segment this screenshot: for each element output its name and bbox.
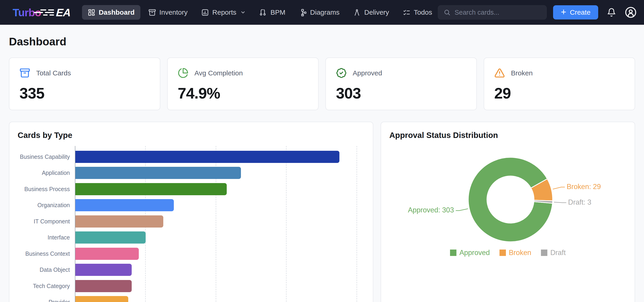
- nav-item-dashboard[interactable]: Dashboard: [82, 5, 140, 20]
- app-logo[interactable]: Turbo EA: [12, 6, 70, 19]
- bar-row: Interface: [18, 230, 364, 246]
- bar-business-context: [75, 248, 139, 260]
- stat-label: Total Cards: [36, 69, 71, 77]
- bar-row: Tech Category: [18, 278, 364, 294]
- donut-leader-line: [456, 209, 468, 211]
- legend-swatch: [500, 249, 506, 256]
- top-nav-bar: Turbo EA Dashboard Inventory Reports BPM…: [0, 0, 644, 25]
- stat-card-total-cards: Total Cards 335: [9, 58, 160, 110]
- approval-status-panel: Approval Status Distribution Approved: 3…: [381, 122, 635, 302]
- speed-lines-icon: [45, 10, 54, 16]
- stat-value: 303: [336, 84, 466, 102]
- warning-triangle-icon: [494, 68, 505, 78]
- chart-title: Cards by Type: [18, 130, 364, 140]
- category-label: Provider: [18, 299, 75, 302]
- bar-row: Business Process: [18, 181, 364, 197]
- stat-value: 74.9%: [178, 84, 308, 102]
- donut-label-draft: Draft: 3: [568, 198, 591, 206]
- legend-swatch: [541, 249, 547, 256]
- nav-item-reports[interactable]: Reports: [196, 5, 252, 20]
- todos-icon: [403, 9, 410, 16]
- reports-icon: [201, 9, 209, 16]
- donut-leader-line: [554, 202, 566, 203]
- donut-label-approved: Approved: 303: [408, 206, 454, 214]
- stats-row: Total Cards 335 Avg Completion 74.9% App…: [9, 58, 635, 110]
- dashboard-icon: [88, 9, 95, 16]
- stat-value: 29: [494, 84, 624, 102]
- create-label: Create: [570, 9, 590, 16]
- inventory-icon: [148, 9, 156, 16]
- user-avatar-icon: [625, 7, 637, 18]
- stat-label: Approved: [353, 69, 382, 77]
- logo-text-turbo: Turbo: [12, 6, 41, 19]
- donut-label-broken: Broken: 29: [566, 183, 601, 191]
- bar-interface: [75, 231, 146, 243]
- search-input[interactable]: [454, 9, 541, 16]
- legend-label: Approved: [460, 249, 490, 257]
- category-label: Interface: [18, 234, 75, 241]
- stat-card-approved: Approved 303: [326, 58, 477, 110]
- donut-legend: ApprovedBrokenDraft: [389, 249, 626, 257]
- category-label: Business Process: [18, 186, 75, 193]
- plus-icon: +: [561, 7, 566, 17]
- bar-organization: [75, 199, 174, 211]
- bpm-icon: [260, 9, 267, 16]
- legend-item-draft[interactable]: Draft: [541, 249, 566, 257]
- user-menu-button[interactable]: [625, 7, 637, 18]
- badge-check-icon: [336, 68, 347, 78]
- nav-item-todos[interactable]: Todos: [397, 5, 438, 20]
- bar-data-object: [75, 264, 132, 276]
- bar-row: IT Component: [18, 213, 364, 230]
- nav-item-bpm[interactable]: BPM: [254, 5, 291, 20]
- diagrams-icon: [299, 9, 307, 16]
- bar-business-process: [75, 183, 227, 195]
- nav-label: Dashboard: [99, 9, 135, 16]
- delivery-icon: [353, 9, 361, 16]
- category-label: IT Component: [18, 218, 75, 225]
- nav-item-delivery[interactable]: Delivery: [348, 5, 394, 20]
- search-icon: [444, 9, 450, 16]
- main-nav: Dashboard Inventory Reports BPM Diagrams…: [82, 5, 438, 20]
- nav-label: Todos: [414, 9, 432, 16]
- nav-item-diagrams[interactable]: Diagrams: [293, 5, 345, 20]
- bar-tech-category: [75, 280, 132, 292]
- bar-application: [75, 167, 241, 179]
- bar-chart: Business CapabilityApplicationBusiness P…: [18, 146, 364, 302]
- bar-row: Organization: [18, 197, 364, 214]
- page-title: Dashboard: [9, 35, 635, 48]
- bell-icon: [607, 8, 616, 17]
- bar-row: Business Capability: [18, 149, 364, 165]
- chart-title: Approval Status Distribution: [389, 130, 626, 140]
- donut-chart: Approved: 303Broken: 29Draft: 3: [389, 142, 626, 245]
- chevron-down-icon: [240, 10, 246, 15]
- nav-label: Inventory: [160, 9, 188, 16]
- legend-label: Draft: [550, 249, 566, 257]
- category-label: Business Capability: [18, 154, 75, 160]
- bar-it-component: [75, 215, 163, 227]
- bar-row: Application: [18, 165, 364, 181]
- bar-provider: [75, 296, 128, 302]
- category-label: Tech Category: [18, 283, 75, 290]
- category-label: Organization: [18, 202, 75, 209]
- nav-label: BPM: [270, 9, 285, 16]
- stat-label: Broken: [511, 69, 533, 77]
- dashboard-page: Dashboard Total Cards 335 Avg Completion…: [0, 25, 644, 302]
- stat-value: 335: [20, 84, 150, 102]
- category-label: Data Object: [18, 266, 75, 273]
- bar-row: Provider: [18, 294, 364, 302]
- bar-row: Data Object: [18, 262, 364, 278]
- category-label: Application: [18, 170, 75, 176]
- legend-swatch: [450, 249, 456, 256]
- stat-card-broken: Broken 29: [484, 58, 635, 110]
- stat-card-avg-completion: Avg Completion 74.9%: [167, 58, 318, 110]
- legend-item-approved[interactable]: Approved: [450, 249, 490, 257]
- legend-item-broken[interactable]: Broken: [500, 249, 531, 257]
- create-button[interactable]: + Create: [553, 5, 598, 20]
- nav-label: Reports: [212, 9, 236, 16]
- charts-row: Cards by Type Business CapabilityApplica…: [9, 122, 635, 302]
- nav-item-inventory[interactable]: Inventory: [143, 5, 193, 20]
- logo-text-ea: EA: [56, 6, 71, 19]
- pie-chart-icon: [178, 68, 188, 78]
- notifications-button[interactable]: [607, 8, 616, 17]
- legend-label: Broken: [509, 249, 531, 257]
